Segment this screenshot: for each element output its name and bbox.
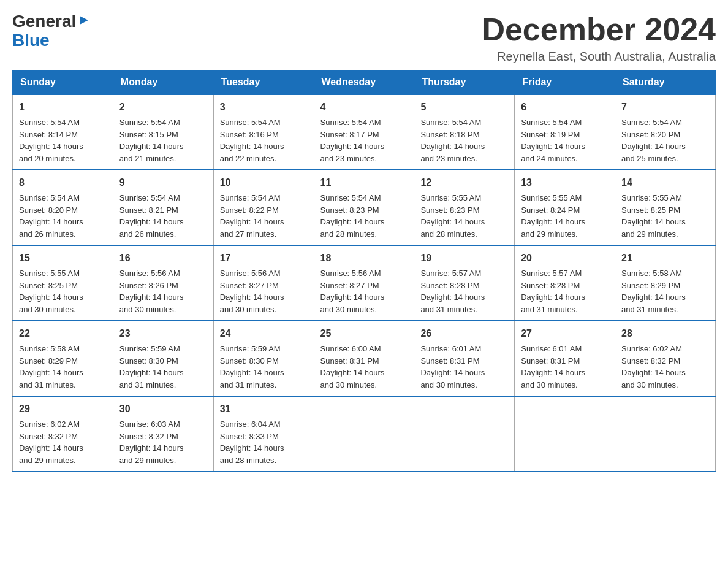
calendar-cell: 1Sunrise: 5:54 AMSunset: 8:14 PMDaylight… [13,94,113,170]
day-number: 15 [19,251,107,266]
day-number: 1 [19,100,107,115]
day-info: Sunrise: 5:59 AMSunset: 8:30 PMDaylight:… [220,343,308,391]
day-info: Sunrise: 6:02 AMSunset: 8:32 PMDaylight:… [19,418,107,466]
week-row-5: 29Sunrise: 6:02 AMSunset: 8:32 PMDayligh… [13,396,716,472]
day-number: 7 [621,100,709,115]
day-number: 21 [621,251,709,266]
day-number: 6 [521,100,609,115]
day-info: Sunrise: 5:58 AMSunset: 8:29 PMDaylight:… [19,343,107,391]
day-number: 24 [220,326,308,341]
day-info: Sunrise: 6:00 AMSunset: 8:31 PMDaylight:… [320,343,408,391]
calendar-cell [414,396,515,472]
week-row-4: 22Sunrise: 5:58 AMSunset: 8:29 PMDayligh… [13,321,716,396]
day-info: Sunrise: 6:01 AMSunset: 8:31 PMDaylight:… [521,343,609,391]
day-info: Sunrise: 5:54 AMSunset: 8:20 PMDaylight:… [621,117,709,164]
day-number: 31 [220,402,308,416]
logo-arrow-icon [77,13,91,27]
calendar-cell: 15Sunrise: 5:55 AMSunset: 8:25 PMDayligh… [13,245,113,321]
calendar-cell: 4Sunrise: 5:54 AMSunset: 8:17 PMDaylight… [314,94,414,170]
calendar-cell: 9Sunrise: 5:54 AMSunset: 8:21 PMDaylight… [113,170,213,245]
week-row-3: 15Sunrise: 5:55 AMSunset: 8:25 PMDayligh… [13,245,716,321]
day-info: Sunrise: 5:54 AMSunset: 8:15 PMDaylight:… [119,117,207,164]
calendar-cell: 26Sunrise: 6:01 AMSunset: 8:31 PMDayligh… [414,321,515,396]
logo-blue: Blue [12,31,50,50]
day-number: 16 [119,251,207,266]
title-block: December 2024 Reynella East, South Austr… [482,12,716,64]
day-number: 4 [320,100,408,115]
day-info: Sunrise: 5:55 AMSunset: 8:25 PMDaylight:… [621,192,709,240]
day-info: Sunrise: 5:57 AMSunset: 8:28 PMDaylight:… [521,267,609,315]
day-number: 30 [119,402,207,416]
header-day-tuesday: Tuesday [213,71,314,95]
header-row: SundayMondayTuesdayWednesdayThursdayFrid… [13,71,716,95]
calendar-cell: 16Sunrise: 5:56 AMSunset: 8:26 PMDayligh… [113,245,213,321]
day-number: 10 [220,175,308,190]
day-number: 27 [521,326,609,341]
calendar-cell: 24Sunrise: 5:59 AMSunset: 8:30 PMDayligh… [213,321,314,396]
header-day-wednesday: Wednesday [314,71,414,95]
calendar-cell: 12Sunrise: 5:55 AMSunset: 8:23 PMDayligh… [414,170,515,245]
day-number: 23 [119,326,207,341]
day-info: Sunrise: 5:56 AMSunset: 8:27 PMDaylight:… [220,267,308,315]
calendar-cell: 6Sunrise: 5:54 AMSunset: 8:19 PMDaylight… [515,94,615,170]
calendar-cell [314,396,414,472]
day-info: Sunrise: 6:02 AMSunset: 8:32 PMDaylight:… [621,343,709,391]
calendar-cell: 30Sunrise: 6:03 AMSunset: 8:32 PMDayligh… [113,396,213,472]
day-info: Sunrise: 5:56 AMSunset: 8:27 PMDaylight:… [320,267,408,315]
calendar-cell [615,396,716,472]
calendar-cell: 11Sunrise: 5:54 AMSunset: 8:23 PMDayligh… [314,170,414,245]
week-row-1: 1Sunrise: 5:54 AMSunset: 8:14 PMDaylight… [13,94,716,170]
day-info: Sunrise: 5:54 AMSunset: 8:16 PMDaylight:… [220,117,308,164]
day-info: Sunrise: 6:03 AMSunset: 8:32 PMDaylight:… [119,418,207,466]
day-info: Sunrise: 5:59 AMSunset: 8:30 PMDaylight:… [119,343,207,391]
calendar-cell: 17Sunrise: 5:56 AMSunset: 8:27 PMDayligh… [213,245,314,321]
calendar-cell: 20Sunrise: 5:57 AMSunset: 8:28 PMDayligh… [515,245,615,321]
day-info: Sunrise: 5:55 AMSunset: 8:25 PMDaylight:… [19,267,107,315]
calendar-cell: 18Sunrise: 5:56 AMSunset: 8:27 PMDayligh… [314,245,414,321]
header-day-thursday: Thursday [414,71,515,95]
day-number: 22 [19,326,107,341]
calendar-table: SundayMondayTuesdayWednesdayThursdayFrid… [12,70,716,472]
day-number: 2 [119,100,207,115]
day-number: 28 [621,326,709,341]
day-number: 19 [420,251,508,266]
calendar-cell: 7Sunrise: 5:54 AMSunset: 8:20 PMDaylight… [615,94,716,170]
day-number: 8 [19,175,107,190]
calendar-cell: 29Sunrise: 6:02 AMSunset: 8:32 PMDayligh… [13,396,113,472]
day-number: 13 [521,175,609,190]
day-number: 5 [420,100,508,115]
calendar-cell: 5Sunrise: 5:54 AMSunset: 8:18 PMDaylight… [414,94,515,170]
day-number: 20 [521,251,609,266]
day-number: 17 [220,251,308,266]
day-number: 9 [119,175,207,190]
week-row-2: 8Sunrise: 5:54 AMSunset: 8:20 PMDaylight… [13,170,716,245]
day-info: Sunrise: 5:54 AMSunset: 8:23 PMDaylight:… [320,192,408,240]
calendar-cell: 2Sunrise: 5:54 AMSunset: 8:15 PMDaylight… [113,94,213,170]
day-info: Sunrise: 6:01 AMSunset: 8:31 PMDaylight:… [420,343,508,391]
day-number: 12 [420,175,508,190]
header-day-monday: Monday [113,71,213,95]
header-day-saturday: Saturday [615,71,716,95]
calendar-cell: 21Sunrise: 5:58 AMSunset: 8:29 PMDayligh… [615,245,716,321]
day-info: Sunrise: 5:54 AMSunset: 8:14 PMDaylight:… [19,117,107,164]
day-number: 3 [220,100,308,115]
month-title: December 2024 [482,12,716,47]
calendar-cell: 10Sunrise: 5:54 AMSunset: 8:22 PMDayligh… [213,170,314,245]
calendar-cell: 25Sunrise: 6:00 AMSunset: 8:31 PMDayligh… [314,321,414,396]
calendar-cell: 19Sunrise: 5:57 AMSunset: 8:28 PMDayligh… [414,245,515,321]
calendar-cell: 22Sunrise: 5:58 AMSunset: 8:29 PMDayligh… [13,321,113,396]
day-info: Sunrise: 5:54 AMSunset: 8:18 PMDaylight:… [420,117,508,164]
day-number: 18 [320,251,408,266]
day-info: Sunrise: 5:54 AMSunset: 8:20 PMDaylight:… [19,192,107,240]
calendar-cell: 27Sunrise: 6:01 AMSunset: 8:31 PMDayligh… [515,321,615,396]
calendar-cell: 23Sunrise: 5:59 AMSunset: 8:30 PMDayligh… [113,321,213,396]
location-title: Reynella East, South Australia, Australi… [482,50,716,64]
calendar-cell: 13Sunrise: 5:55 AMSunset: 8:24 PMDayligh… [515,170,615,245]
calendar-cell [515,396,615,472]
day-info: Sunrise: 5:54 AMSunset: 8:17 PMDaylight:… [320,117,408,164]
calendar-cell: 14Sunrise: 5:55 AMSunset: 8:25 PMDayligh… [615,170,716,245]
logo: General Blue [12,12,91,50]
day-info: Sunrise: 5:55 AMSunset: 8:23 PMDaylight:… [420,192,508,240]
logo-general: General [12,12,76,31]
day-info: Sunrise: 5:58 AMSunset: 8:29 PMDaylight:… [621,267,709,315]
